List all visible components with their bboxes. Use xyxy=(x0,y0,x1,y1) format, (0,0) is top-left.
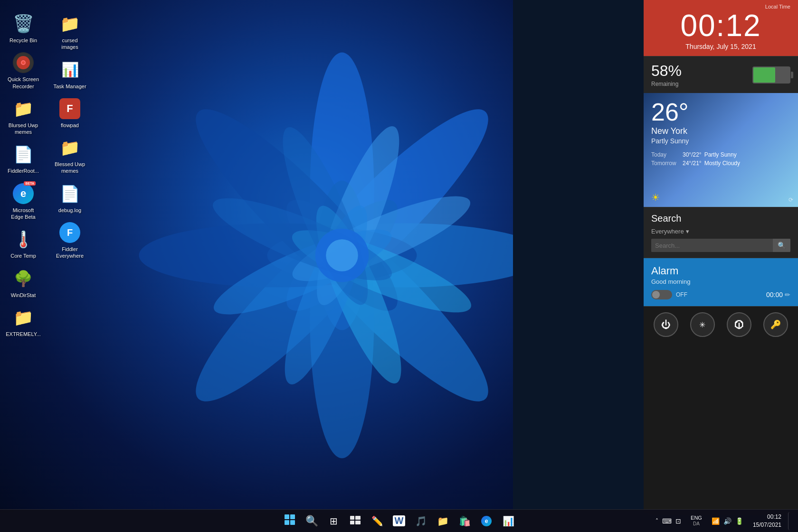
blursed-label: Blursed Uwpmemes xyxy=(9,122,38,136)
alarm-subtitle: Good morning xyxy=(651,278,790,285)
notes-icon: ✏️ xyxy=(371,515,383,527)
clock-date: Thursday, July 15, 2021 xyxy=(651,43,790,50)
icon-flowpad[interactable]: F flowpad xyxy=(48,94,91,131)
status-icons[interactable]: 📶 🔊 🔋 xyxy=(709,515,746,527)
icon-blessed-uwp-memes[interactable]: 📁 Blessed Uwpmemes xyxy=(48,133,91,177)
power-button[interactable]: ⏻ xyxy=(654,312,678,337)
loading-button[interactable]: ✳ xyxy=(690,312,715,337)
lang-code: ENG xyxy=(691,515,702,521)
icon-blursed-uwp-memes[interactable]: 📁 Blursed Uwpmemes xyxy=(2,94,45,139)
sun-icon: ☀ xyxy=(651,192,660,203)
search-submit-button[interactable]: 🔍 xyxy=(773,239,790,252)
music-icon: 🎵 xyxy=(415,515,427,527)
word-icon: W xyxy=(393,515,406,526)
icon-fiddler-everywhere[interactable]: F FiddlerEverywhere xyxy=(48,218,91,262)
taskbar-word-button[interactable]: W xyxy=(389,511,409,532)
search-icon: 🔍 xyxy=(305,515,318,527)
icon-quick-screen-recorder[interactable]: Quick ScreenRecorder xyxy=(2,48,45,93)
weather-today-row: Today 30°/22° Partly Sunny xyxy=(651,151,790,158)
search-bar: 🔍 xyxy=(651,239,790,252)
taskbar-taskview-button[interactable] xyxy=(345,511,366,532)
toggle-track[interactable] xyxy=(651,290,672,299)
svg-rect-18 xyxy=(285,514,289,519)
battery-icon xyxy=(752,66,790,84)
lang-selector[interactable]: ENG DA xyxy=(688,513,705,529)
desktop: 🗑️ Recycle Bin Quick ScreenRecorder 📁 Bl… xyxy=(0,0,513,513)
weather-refresh-button[interactable]: ⟳ xyxy=(788,196,793,203)
svg-rect-19 xyxy=(290,514,295,519)
weather-bottom: ☀ xyxy=(651,192,660,203)
taskbar-search-button[interactable]: 🔍 xyxy=(301,511,322,532)
task-manager-label: Task Manager xyxy=(53,83,86,90)
taskbar-last-app-button[interactable]: 📊 xyxy=(498,511,519,532)
keyboard-icon: ⌨ xyxy=(662,517,672,525)
clock-tile[interactable]: Local Time 00:12 Thursday, July 15, 2021 xyxy=(644,0,798,56)
search-scope-label: Everywhere xyxy=(651,228,684,235)
svg-rect-20 xyxy=(285,520,289,525)
alarm-time: 00:00 ✏ xyxy=(766,291,790,299)
today-desc: Partly Sunny xyxy=(704,151,737,158)
wallpaper-bloom xyxy=(128,42,513,471)
weather-description: Partly Sunny xyxy=(651,137,790,145)
desktop-icon: ⊡ xyxy=(675,517,681,525)
alarm-toggle[interactable]: OFF xyxy=(651,290,687,299)
battery-percent: 58% xyxy=(651,62,682,80)
key-button[interactable]: 🔑 xyxy=(763,312,788,337)
tomorrow-temp: 24°/21° xyxy=(683,160,702,167)
svg-rect-23 xyxy=(355,516,361,520)
quick-screen-recorder-icon xyxy=(12,51,35,74)
fiddler-everywhere-label: FiddlerEverywhere xyxy=(56,246,84,260)
svg-rect-25 xyxy=(355,521,361,524)
blursed-folder-icon: 📁 xyxy=(12,97,35,120)
taskbar-right: ˄ ⌨ ⊡ ENG DA 📶 🔊 🔋 00:12 15/07/2021 xyxy=(653,511,798,531)
icon-edge-beta[interactable]: e BETA MicrosoftEdge Beta xyxy=(2,179,45,224)
alarm-edit-icon[interactable]: ✏ xyxy=(785,291,790,299)
icon-extremely[interactable]: 📁 EXTREMELY... xyxy=(2,303,45,340)
alarm-tile[interactable]: Alarm Good morning OFF 00:00 ✏ xyxy=(644,258,798,306)
battery-tile: 58% Remaining xyxy=(644,56,798,93)
taskbar-music-button[interactable]: 🎵 xyxy=(410,511,431,532)
fiddlerroot-label: FiddlerRoot... xyxy=(8,168,39,174)
store-icon: 🛍️ xyxy=(459,515,471,527)
weather-forecast: Today 30°/22° Partly Sunny Tomorrow 24°/… xyxy=(651,151,790,167)
system-clock[interactable]: 00:12 15/07/2021 xyxy=(750,511,784,531)
weather-city: New York xyxy=(651,126,790,136)
icon-recycle-bin[interactable]: 🗑️ Recycle Bin xyxy=(2,9,45,47)
windirstat-icon: 🌳 xyxy=(12,267,35,290)
taskbar-center: 🔍 ⊞ ✏️ W 🎵 xyxy=(279,511,519,532)
svg-rect-21 xyxy=(290,520,295,525)
search-input[interactable] xyxy=(651,239,773,252)
search-scope-dropdown[interactable]: Everywhere ▾ xyxy=(651,228,790,235)
start-button[interactable] xyxy=(279,511,300,532)
icon-fiddlerroot[interactable]: 📄 FiddlerRoot... xyxy=(2,140,45,177)
taskbar-widgets-button[interactable]: ⊞ xyxy=(323,511,344,532)
system-tray-icons[interactable]: ˄ ⌨ ⊡ xyxy=(653,515,684,527)
toggle-label: OFF xyxy=(676,291,687,298)
icon-task-manager[interactable]: 📊 Task Manager xyxy=(48,56,91,93)
shutdown-button[interactable]: ⏼ xyxy=(727,312,751,337)
explorer-icon: 📁 xyxy=(437,515,449,527)
fiddler-everywhere-icon: F xyxy=(58,221,81,244)
blessed-folder-icon: 📁 xyxy=(58,136,81,159)
icon-cursed-images[interactable]: 📁 cursedimages xyxy=(48,9,91,54)
taskbar-explorer-button[interactable]: 📁 xyxy=(432,511,453,532)
search-tile: Search Everywhere ▾ 🔍 xyxy=(644,207,798,258)
icon-windirstat[interactable]: 🌳 WinDirStat xyxy=(2,264,45,301)
svg-rect-24 xyxy=(350,521,354,524)
cursed-images-label: cursedimages xyxy=(61,37,78,51)
taskbar-notes-button[interactable]: ✏️ xyxy=(367,511,388,532)
icon-core-temp[interactable]: 🌡️ Core Temp xyxy=(2,225,45,262)
lang-sub: DA xyxy=(691,521,702,527)
chevron-down-icon: ▾ xyxy=(686,228,689,235)
tomorrow-label: Tomorrow xyxy=(651,160,680,167)
taskbar-edge-beta-button[interactable]: e xyxy=(476,511,497,532)
extremely-icon: 📁 xyxy=(12,306,35,329)
icon-debug-log[interactable]: 📄 debug.log xyxy=(48,179,91,216)
taskbar-store-button[interactable]: 🛍️ xyxy=(454,511,475,532)
weather-tile[interactable]: 26° New York Partly Sunny Today 30°/22° … xyxy=(644,93,798,207)
svg-rect-22 xyxy=(350,516,354,520)
toggle-thumb xyxy=(652,291,660,299)
recycle-bin-icon: 🗑️ xyxy=(12,12,35,35)
desktop-icons: 🗑️ Recycle Bin Quick ScreenRecorder 📁 Bl… xyxy=(0,0,93,513)
show-desktop-button[interactable] xyxy=(788,512,794,530)
